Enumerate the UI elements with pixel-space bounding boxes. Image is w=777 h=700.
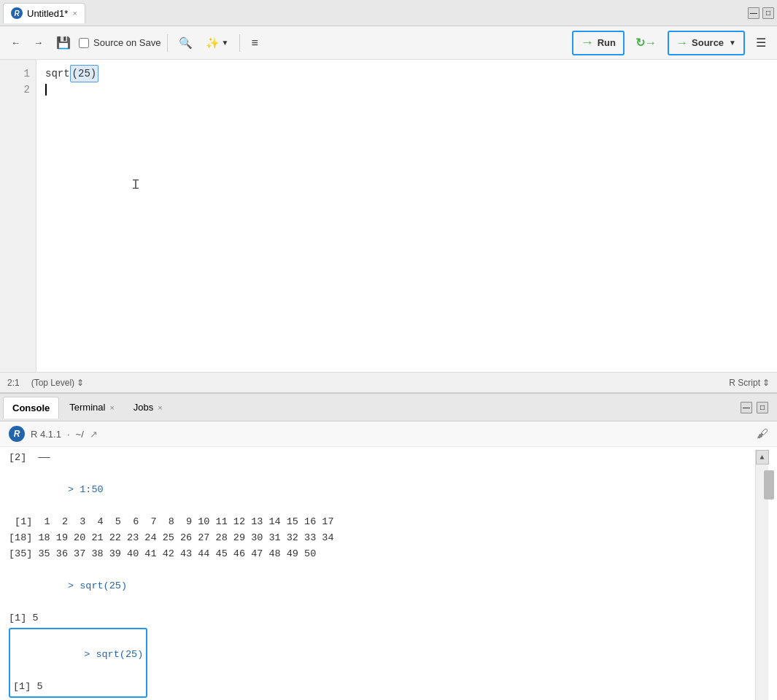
lines-icon: ≡	[251, 36, 258, 50]
console-out-1-17: [1] 1 2 3 4 5 6 7 8 9 10 11 12 13 14 15 …	[9, 514, 755, 530]
editor-panel: R Untitled1* × — □ ← → 💾	[0, 0, 777, 394]
status-right: R Script ⇕	[729, 378, 770, 388]
terminal-close-icon[interactable]: ×	[109, 403, 114, 412]
console-header: R R 4.1.1 · ~/ ↗ 🖌	[0, 421, 777, 447]
cursor-position: 2:1	[7, 378, 20, 388]
editor-maximize-btn[interactable]: □	[762, 7, 774, 19]
menu-button[interactable]: ☰	[751, 31, 771, 55]
line-number-2: 2	[0, 82, 36, 98]
rerun-button[interactable]: ↻→	[630, 31, 662, 55]
scroll-up-arrow[interactable]: ▲	[756, 450, 769, 464]
console-r-icon: R	[9, 426, 25, 442]
rerun-icon: ↻→	[635, 36, 657, 50]
save-button[interactable]: 💾	[51, 31, 76, 55]
console-path: ~/	[76, 429, 84, 440]
r-logo-icon: R	[11, 7, 23, 19]
run-label: Run	[598, 37, 616, 48]
file-type-dropdown[interactable]: R Script ⇕	[729, 378, 770, 388]
forward-button[interactable]: →	[28, 31, 48, 55]
jobs-tab-label: Jobs	[134, 402, 153, 413]
source-on-save-checkbox[interactable]: Source on Save	[79, 37, 161, 48]
run-arrow-icon: →	[581, 35, 594, 50]
console-tab-console[interactable]: Console	[3, 397, 59, 419]
editor-tab-bar: R Untitled1* × — □	[0, 0, 777, 26]
forward-icon: →	[34, 37, 43, 48]
console-maximize-btn[interactable]: □	[757, 402, 768, 413]
console-content: [2] —— > 1:50 [1] 1 2 3 4 5 6 7 8 9 10 1…	[9, 450, 755, 700]
main-container: R Untitled1* × — □ ← → 💾	[0, 0, 777, 700]
console-header-left: R R 4.1.1 · ~/ ↗	[9, 426, 98, 442]
menu-icon: ☰	[756, 36, 766, 50]
toolbar-sep-2	[239, 34, 240, 52]
source-button[interactable]: → Source ▼	[668, 31, 745, 55]
console-tab-terminal[interactable]: Terminal ×	[61, 397, 123, 419]
navigate-icon[interactable]: ↗	[90, 429, 98, 440]
console-out-35-50: [35] 35 36 37 38 39 40 41 42 43 44 45 46…	[9, 546, 755, 562]
prompt-3: >	[84, 649, 96, 660]
console-output[interactable]: [2] —— > 1:50 [1] 1 2 3 4 5 6 7 8 9 10 1…	[0, 447, 777, 700]
editor-window-controls: — □	[748, 7, 774, 19]
run-button[interactable]: → Run	[572, 31, 625, 55]
source-arrow-icon: →	[676, 36, 688, 50]
console-out-sqrt-2: [1] 5	[13, 679, 143, 695]
editor-minimize-btn[interactable]: —	[748, 7, 759, 19]
back-button[interactable]: ←	[6, 31, 26, 55]
search-icon: 🔍	[179, 36, 193, 50]
editor-tab-untitled1[interactable]: R Untitled1* ×	[3, 3, 85, 23]
console-out-sqrt-1: [1] 5	[9, 610, 755, 626]
editor-status-bar: 2:1 (Top Level) ⇕ R Script ⇕	[0, 372, 777, 392]
console-minimize-btn[interactable]: —	[741, 402, 752, 413]
file-type-label: R Script	[729, 378, 760, 388]
search-button[interactable]: 🔍	[174, 31, 198, 55]
text-cursor	[45, 84, 47, 96]
cmd-sqrt-1: sqrt(25)	[80, 580, 127, 591]
jobs-close-icon[interactable]: ×	[158, 403, 162, 412]
file-type-chevron: ⇕	[762, 378, 770, 388]
console-panel: Console Terminal × Jobs × — □ R R 4.1.1	[0, 394, 777, 700]
console-cmd-1-50: > 1:50	[9, 466, 755, 514]
r-version-label: R 4.1.1	[31, 429, 61, 440]
console-cmd-sqrt-1: > sqrt(25)	[9, 562, 755, 610]
scroll-thumb[interactable]	[764, 470, 774, 499]
console-prev-line: [2] ——	[9, 450, 755, 466]
source-on-save-input[interactable]	[79, 38, 89, 48]
editor-tab-close-icon[interactable]: ×	[72, 9, 77, 18]
code-editor[interactable]: sqrt(25) I	[36, 60, 777, 372]
wand-icon: ✨	[206, 36, 220, 50]
console-cmd-sqrt-2: > sqrt(25)	[13, 631, 143, 679]
scope-label: (Top Level)	[31, 378, 74, 388]
back-icon: ←	[11, 37, 20, 48]
editor-tab-label: Untitled1*	[27, 8, 68, 19]
source-on-save-label: Source on Save	[93, 37, 161, 48]
line-number-1: 1	[0, 66, 36, 82]
cmd-1-50: 1:50	[80, 484, 103, 495]
code-highlight-25: (25)	[70, 65, 99, 82]
prompt-1: >	[68, 484, 80, 495]
clear-brush-icon[interactable]: 🖌	[757, 427, 768, 440]
source-label: Source	[692, 37, 724, 48]
editor-toolbar: ← → 💾 Source on Save 🔍 ✨ ▼	[0, 26, 777, 60]
terminal-tab-label: Terminal	[69, 402, 105, 413]
toolbar-sep-1	[167, 34, 168, 52]
console-tab-bar: Console Terminal × Jobs × — □	[0, 394, 777, 421]
console-tab-label: Console	[12, 402, 50, 413]
console-scrollbar[interactable]: ▲ ▼	[755, 450, 768, 700]
outline-button[interactable]: ≡	[246, 31, 263, 55]
scope-chevron: ⇕	[77, 378, 84, 388]
source-dropdown-icon: ▼	[729, 39, 736, 47]
console-header-right: 🖌	[757, 427, 768, 440]
status-left: 2:1 (Top Level) ⇕	[7, 378, 84, 388]
console-out-18-34: [18] 18 19 20 21 22 23 24 25 26 27 28 29…	[9, 530, 755, 546]
format-dropdown-icon: ▼	[222, 39, 229, 47]
console-tab-controls: — □	[741, 402, 774, 413]
console-sep: ·	[67, 429, 70, 440]
format-button[interactable]: ✨ ▼	[201, 31, 234, 55]
code-sqrt: sqrt	[45, 66, 70, 82]
prompt-2: >	[68, 580, 80, 591]
scope-dropdown[interactable]: (Top Level) ⇕	[31, 378, 84, 388]
console-highlight-box: > sqrt(25) [1] 5	[9, 628, 147, 698]
editor-area: 1 2 sqrt(25) I	[0, 60, 777, 372]
save-icon: 💾	[56, 36, 71, 50]
code-line-2	[45, 82, 768, 98]
console-tab-jobs[interactable]: Jobs ×	[125, 397, 171, 419]
